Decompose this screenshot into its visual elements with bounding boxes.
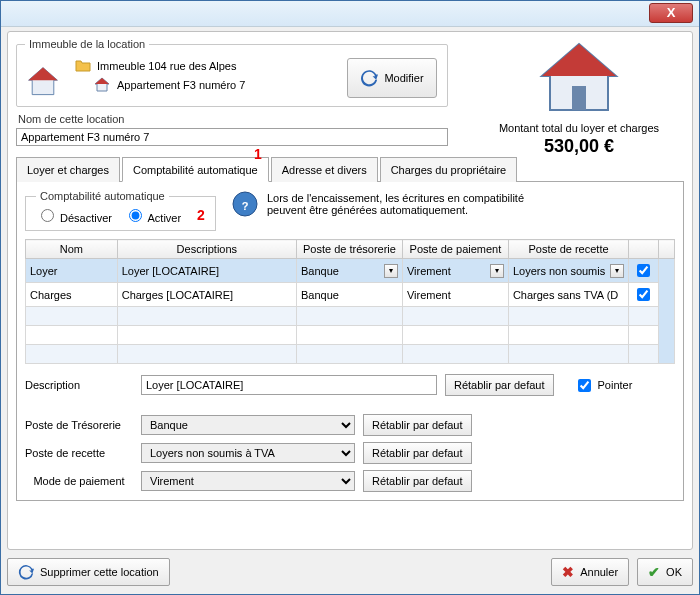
table-row[interactable]: Loyer Loyer [LOCATAIRE] Banque▾ Virement… (26, 259, 675, 283)
col-check (629, 240, 659, 259)
dialog-body: Immeuble de la location Immeuble 104 rue… (7, 31, 693, 550)
building-name: Immeuble 104 rue des Alpes (97, 60, 236, 72)
col-pai[interactable]: Poste de paiement (402, 240, 508, 259)
delete-location-button[interactable]: Supprimer cette location (7, 558, 170, 586)
big-house-icon (534, 38, 624, 118)
total-label: Montant total du loyer et charges (474, 122, 684, 134)
cell-tres[interactable]: Banque▾ (297, 259, 403, 283)
cell-tres[interactable]: Banque (297, 283, 403, 307)
reset-description-button[interactable]: Rétablir par defaut (445, 374, 554, 396)
cell-pai[interactable]: Virement▾ (402, 259, 508, 283)
auto-legend: Comptabilité automatique (36, 190, 169, 202)
close-button[interactable]: X (649, 3, 693, 23)
cancel-label: Annuler (580, 566, 618, 578)
small-house-icon (93, 76, 111, 94)
reset-recette-button[interactable]: Rétablir par defaut (363, 442, 472, 464)
grid: Nom Descriptions Poste de trésorerie Pos… (25, 239, 675, 364)
col-desc[interactable]: Descriptions (117, 240, 296, 259)
check-icon: ✔ (648, 564, 660, 580)
location-fieldset: Immeuble de la location Immeuble 104 rue… (16, 38, 448, 107)
cell-rec[interactable]: Loyers non soumis▾ (508, 259, 628, 283)
annotation-2: 2 (197, 207, 205, 223)
house-icon (25, 64, 61, 100)
table-row (26, 307, 675, 326)
radio-off-wrap[interactable]: Désactiver (36, 206, 112, 224)
cell-nom[interactable]: Loyer (26, 259, 118, 283)
col-rec[interactable]: Poste de recette (508, 240, 628, 259)
chevron-down-icon[interactable]: ▾ (384, 264, 398, 278)
radio-off-label: Désactiver (60, 212, 112, 224)
apartment-name: Appartement F3 numéro 7 (117, 79, 245, 91)
help-icon[interactable]: ? (231, 190, 259, 218)
mode-select[interactable]: Virement (141, 471, 355, 491)
table-row (26, 345, 675, 364)
delete-label: Supprimer cette location (40, 566, 159, 578)
svg-marker-3 (95, 78, 109, 84)
cell-desc[interactable]: Loyer [LOCATAIRE] (117, 259, 296, 283)
cell-rec-value: Loyers non soumis (513, 265, 605, 277)
cell-tres-value: Banque (301, 265, 339, 277)
titlebar: X (1, 1, 699, 27)
svg-text:?: ? (242, 200, 249, 212)
tresorerie-select[interactable]: Banque (141, 415, 355, 435)
bottom-bar: Supprimer cette location ✖ Annuler ✔ OK (7, 556, 693, 588)
radio-on[interactable] (129, 209, 142, 222)
ok-label: OK (666, 566, 682, 578)
description-label: Description (25, 379, 133, 391)
help-row: ? Lors de l'encaissement, les écritures … (231, 190, 549, 218)
tab-panel: Comptabilité automatique Désactiver Acti… (16, 182, 684, 501)
col-nom[interactable]: Nom (26, 240, 118, 259)
row-check[interactable] (637, 288, 650, 301)
cancel-button[interactable]: ✖ Annuler (551, 558, 629, 586)
radio-on-wrap[interactable]: Activer (124, 206, 181, 224)
cell-pai[interactable]: Virement (402, 283, 508, 307)
row-check[interactable] (637, 264, 650, 277)
recette-select[interactable]: Loyers non soumis à TVA (141, 443, 355, 463)
chevron-down-icon[interactable]: ▾ (490, 264, 504, 278)
modify-button[interactable]: Modifier (347, 58, 437, 98)
cell-pai-value: Virement (407, 265, 451, 277)
scrollbar[interactable] (658, 259, 674, 364)
annotation-1: 1 (254, 146, 262, 162)
help-text: Lors de l'encaissement, les écritures en… (267, 192, 549, 216)
reset-tresorerie-button[interactable]: Rétablir par defaut (363, 414, 472, 436)
cell-desc[interactable]: Charges [LOCATAIRE] (117, 283, 296, 307)
tab-comptabilite-label: Comptabilité automatique (133, 164, 258, 176)
auto-fieldset: Comptabilité automatique Désactiver Acti… (25, 190, 216, 231)
cell-nom[interactable]: Charges (26, 283, 118, 307)
col-tres[interactable]: Poste de trésorerie (297, 240, 403, 259)
table-row (26, 326, 675, 345)
pointer-checkbox[interactable] (578, 379, 591, 392)
scroll-col (658, 240, 674, 259)
chevron-down-icon[interactable]: ▾ (610, 264, 624, 278)
refresh-icon (18, 564, 34, 580)
modify-label: Modifier (384, 72, 423, 84)
tab-adresse[interactable]: Adresse et divers (271, 157, 378, 182)
folder-icon (75, 58, 91, 74)
total-block: Montant total du loyer et charges 530,00… (474, 38, 684, 157)
x-icon: ✖ (562, 564, 574, 580)
radio-off[interactable] (41, 209, 54, 222)
reset-mode-button[interactable]: Rétablir par defaut (363, 470, 472, 492)
cell-rec[interactable]: Charges sans TVA (D (508, 283, 628, 307)
table-row[interactable]: Charges Charges [LOCATAIRE] Banque Virem… (26, 283, 675, 307)
svg-marker-5 (542, 44, 616, 76)
svg-rect-6 (572, 86, 586, 110)
mode-label: Mode de paiement (25, 475, 133, 487)
tab-charges[interactable]: Charges du propriétaire (380, 157, 518, 182)
location-legend: Immeuble de la location (25, 38, 149, 50)
location-name-input[interactable] (16, 128, 448, 146)
ok-button[interactable]: ✔ OK (637, 558, 693, 586)
total-amount: 530,00 € (474, 136, 684, 157)
radio-on-label: Activer (147, 212, 181, 224)
svg-marker-1 (29, 68, 58, 81)
description-input[interactable] (141, 375, 437, 395)
refresh-icon (360, 69, 378, 87)
tabs: Loyer et charges Comptabilité automatiqu… (16, 156, 684, 182)
tab-comptabilite[interactable]: Comptabilité automatique 1 (122, 157, 269, 182)
recette-label: Poste de recette (25, 447, 133, 459)
tresorerie-label: Poste de Trésorerie (25, 419, 133, 431)
pointer-label: Pointer (598, 379, 633, 391)
tab-loyer[interactable]: Loyer et charges (16, 157, 120, 182)
